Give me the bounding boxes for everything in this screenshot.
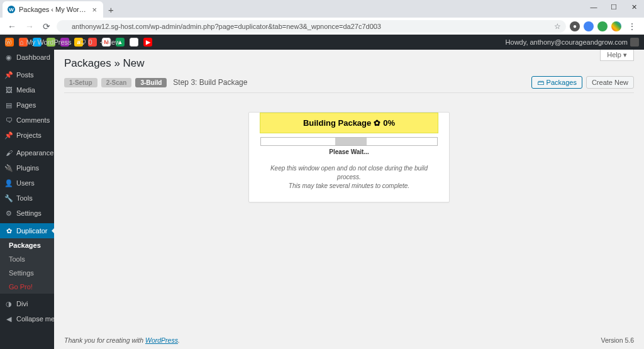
menu-dashboard[interactable]: ◉Dashboard <box>0 50 54 65</box>
menu-label: Projects <box>16 131 42 139</box>
collapse-icon: ◀ <box>5 315 13 323</box>
bookmark-icon[interactable] <box>130 38 138 47</box>
extension-icon[interactable]: ● <box>570 21 580 31</box>
menu-duplicator[interactable]: ✿Duplicator <box>0 223 54 238</box>
packages-button[interactable]: 🗃Packages <box>531 76 582 89</box>
menu-label: Users <box>16 179 35 187</box>
menu-media[interactable]: 🖼Media <box>0 82 54 97</box>
tab-close-icon[interactable]: × <box>91 5 98 14</box>
menu-comments[interactable]: 🗨Comments <box>0 113 54 128</box>
menu-label: Duplicator <box>16 227 48 235</box>
menu-settings[interactable]: ⚙Settings <box>0 206 54 221</box>
wp-footer: Thank you for creating with WordPress. V… <box>54 331 644 349</box>
adminbar-comments-count: 0 <box>89 38 92 46</box>
dashboard-icon: ◉ <box>5 53 13 61</box>
pin-icon: 📌 <box>5 71 13 79</box>
comment-icon: 🗨 <box>79 38 86 46</box>
duplicator-icon: ✿ <box>5 227 13 235</box>
adminbar-site-name: My WordPress <box>26 38 72 46</box>
button-label: Create New <box>592 79 628 86</box>
divi-icon: ◑ <box>5 300 13 307</box>
bookmark-youtube-icon[interactable]: ▶ <box>143 38 152 47</box>
menu-appearance[interactable]: 🖌Appearance <box>0 145 54 160</box>
new-tab-button[interactable]: + <box>103 2 119 18</box>
bookmark-star-icon[interactable]: ☆ <box>554 22 561 31</box>
menu-label: Pages <box>16 101 36 109</box>
menu-users[interactable]: 👤Users <box>0 175 54 191</box>
menu-label: Comments <box>16 116 50 124</box>
build-heading-text: Building Package <box>303 118 371 128</box>
submenu-settings[interactable]: Settings <box>0 266 54 280</box>
menu-label: Media <box>16 86 35 94</box>
button-label: Packages <box>547 79 577 86</box>
window-maximize[interactable]: ☐ <box>604 0 624 14</box>
build-percent: 0% <box>383 118 395 128</box>
wp-admin-bar: ⓦ ⌂ My WordPress 🗨 0 + New Howdy, anthon… <box>0 35 644 50</box>
build-banner: Building Package ✿ 0% <box>260 113 438 133</box>
adminbar-howdy[interactable]: Howdy, anthony@courageandgrow.com <box>506 38 639 47</box>
menu-projects[interactable]: 📌Projects <box>0 128 54 143</box>
nav-back-icon[interactable]: ← <box>5 20 19 33</box>
plug-icon: 🔌 <box>5 164 13 172</box>
build-note-line2: This may take several minutes to complet… <box>260 182 438 191</box>
adminbar-comments[interactable]: 🗨 0 <box>79 38 92 46</box>
menu-label: Posts <box>16 71 34 79</box>
step-1-badge: 1-Setup <box>64 78 97 87</box>
page-title: Packages » New <box>64 55 145 76</box>
submenu-gopro[interactable]: Go Pro! <box>0 280 54 294</box>
menu-pages[interactable]: ▤Pages <box>0 97 54 113</box>
comment-icon: 🗨 <box>5 116 13 124</box>
wrench-icon: 🔧 <box>5 194 13 202</box>
browser-tab-active[interactable]: W Packages ‹ My WordPress — Wo × <box>3 1 103 18</box>
menu-label: Dashboard <box>16 53 50 61</box>
adminbar-new-label: New <box>106 38 120 46</box>
window-minimize[interactable]: — <box>584 0 604 14</box>
profile-avatar-icon[interactable] <box>611 21 621 31</box>
build-note: Keep this window open and do not close d… <box>260 164 438 191</box>
toolbar: ← → ⟳ 🔒 ☆ ● ⋮ <box>0 18 644 35</box>
menu-collapse[interactable]: ◀Collapse menu <box>0 311 54 326</box>
user-avatar-icon <box>630 38 639 47</box>
adminbar-new[interactable]: + New <box>100 38 120 46</box>
submenu-duplicator: Packages Tools Settings Go Pro! <box>0 238 54 294</box>
progress-indicator <box>335 138 367 145</box>
extension-icon[interactable] <box>597 21 608 31</box>
submenu-tools[interactable]: Tools <box>0 252 54 266</box>
menu-label: Appearance <box>16 149 53 157</box>
home-icon: ⌂ <box>19 38 24 46</box>
menu-label: Settings <box>16 209 42 217</box>
plus-icon: + <box>100 38 104 46</box>
footer-thanks: Thank you for creating with <box>64 336 145 344</box>
menu-divi[interactable]: ◑Divi <box>0 296 54 311</box>
extensions-row: ● ⋮ <box>570 20 639 33</box>
howdy-text: Howdy, anthony@courageandgrow.com <box>506 38 628 46</box>
admin-menu: ◉Dashboard 📌Posts 🖼Media ▤Pages 🗨Comment… <box>0 50 54 349</box>
menu-label: Tools <box>16 194 33 202</box>
steps-row: 1-Setup 2-Scan 3-Build Step 3: Build Pac… <box>64 76 634 93</box>
adminbar-site-link[interactable]: ⌂ My WordPress <box>19 38 72 46</box>
media-icon: 🖼 <box>5 86 13 94</box>
help-tab[interactable]: Help ▾ <box>600 50 634 61</box>
nav-reload-icon[interactable]: ⟳ <box>40 20 53 33</box>
extension-icon[interactable] <box>584 21 594 31</box>
menu-tools[interactable]: 🔧Tools <box>0 191 54 206</box>
create-new-button[interactable]: Create New <box>586 76 634 89</box>
submenu-packages[interactable]: Packages <box>0 238 54 252</box>
menu-plugins[interactable]: 🔌Plugins <box>0 160 54 175</box>
address-bar[interactable] <box>57 20 566 33</box>
user-icon: 👤 <box>5 179 13 187</box>
step-3-badge: 3-Build <box>135 78 167 87</box>
window-close[interactable]: ✕ <box>624 0 644 14</box>
chrome-menu-icon[interactable]: ⋮ <box>625 20 639 33</box>
wp-logo-icon[interactable]: ⓦ <box>5 38 12 47</box>
tab-strip: W Packages ‹ My WordPress — Wo × + <box>0 0 644 18</box>
nav-forward-icon: → <box>23 20 36 33</box>
menu-posts[interactable]: 📌Posts <box>0 67 54 82</box>
footer-wp-link[interactable]: WordPress <box>145 336 178 344</box>
please-wait-text: Please Wait... <box>260 148 438 155</box>
build-panel: Building Package ✿ 0% Please Wait... Kee… <box>248 112 450 202</box>
menu-label: Divi <box>16 300 28 307</box>
pin-icon: 📌 <box>5 131 13 139</box>
wordpress-favicon-icon: W <box>8 6 15 13</box>
archive-icon: 🗃 <box>537 79 544 86</box>
